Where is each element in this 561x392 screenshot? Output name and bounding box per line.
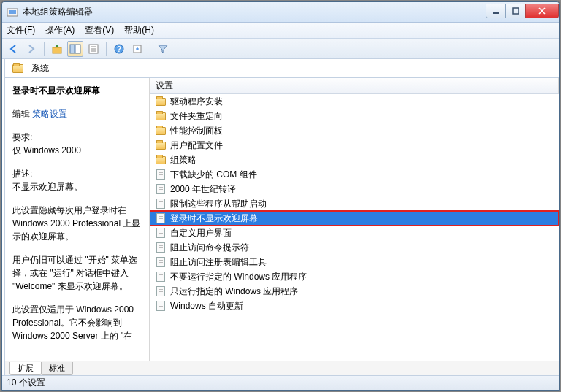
list-item[interactable]: 自定义用户界面 <box>150 226 559 240</box>
policy-item-icon <box>156 169 166 180</box>
content-body: 本地计算机 策略 ◢ 计算机配置 ▷软件设置 ▷Windows 设置 ▷管理模板… <box>2 59 559 375</box>
close-button[interactable] <box>525 4 559 18</box>
settings-list[interactable]: 驱动程序安装文件夹重定向性能控制面板用户配置文件组策略下载缺少的 COM 组件2… <box>150 94 559 361</box>
svg-rect-2 <box>9 12 16 14</box>
export-icon <box>131 43 143 55</box>
list-item-label: 用户配置文件 <box>170 139 223 152</box>
maximize-icon <box>512 7 519 15</box>
list-item[interactable]: 限制这些程序从帮助启动 <box>150 196 559 211</box>
list-item-label: 2000 年世纪转译 <box>170 183 236 196</box>
edit-label: 编辑 <box>12 109 30 119</box>
help-icon: ? <box>113 43 125 55</box>
list-item[interactable]: 用户配置文件 <box>150 138 559 153</box>
panes-icon <box>69 43 81 55</box>
list-item[interactable]: 组策略 <box>150 153 559 167</box>
statusbar: 10 个设置 <box>2 375 559 390</box>
toolbar-sep <box>106 42 107 56</box>
folder-icon <box>156 111 166 121</box>
funnel-icon <box>157 43 169 55</box>
svg-rect-4 <box>513 8 519 14</box>
menubar: 文件(F) 操作(A) 查看(V) 帮助(H) <box>2 23 559 39</box>
list-item[interactable]: 不要运行指定的 Windows 应用程序 <box>150 269 559 284</box>
help-button[interactable]: ? <box>111 41 127 57</box>
tab-extended[interactable]: 扩展 <box>9 362 42 375</box>
menu-view[interactable]: 查看(V) <box>85 24 114 36</box>
menu-action[interactable]: 操作(A) <box>45 24 75 36</box>
svg-rect-1 <box>9 10 16 12</box>
list-item-label: 阻止访问注册表编辑工具 <box>170 256 267 269</box>
list-item-label: 文件夹重定向 <box>170 110 223 123</box>
window-root: 本地组策略编辑器 文件(F) 操作(A) 查看(V) 帮助(H) ? <box>1 1 560 391</box>
list-item-label: 组策略 <box>170 154 196 166</box>
list-header[interactable]: 设置 <box>150 78 559 94</box>
window-buttons <box>486 4 559 18</box>
list-item[interactable]: 下载缺少的 COM 组件 <box>150 167 559 182</box>
status-text: 10 个设置 <box>7 377 45 389</box>
folder-icon <box>156 140 166 150</box>
svg-rect-7 <box>75 45 80 53</box>
list-item[interactable]: 2000 年世纪转译 <box>150 182 559 196</box>
export-button[interactable] <box>129 41 145 57</box>
list-item-label: 阻止访问命令提示符 <box>170 242 249 254</box>
minimize-button[interactable] <box>486 4 506 18</box>
list-item-label: 只运行指定的 Windows 应用程序 <box>170 285 298 298</box>
list-item-label: 性能控制面板 <box>170 125 223 137</box>
list-item[interactable]: 登录时不显示欢迎屏幕 <box>150 211 559 226</box>
description-text: 此设置仅适用于 Windows 2000 Professional。它不会影响到… <box>12 303 143 342</box>
folder-icon <box>156 126 166 136</box>
tab-standard[interactable]: 标准 <box>41 362 73 375</box>
close-icon <box>538 7 546 15</box>
filter-button[interactable] <box>155 41 171 57</box>
list-item-label: Windows 自动更新 <box>170 300 243 312</box>
list-icon <box>88 43 99 55</box>
list-header-label: 设置 <box>156 80 173 92</box>
description-text: 用户仍旧可以通过 "开始" 菜单选择，或在 "运行" 对话框中键入 "Welco… <box>12 253 143 293</box>
policy-item-icon <box>156 199 166 209</box>
list-item[interactable]: Windows 自动更新 <box>150 299 559 313</box>
list-item[interactable]: 性能控制面板 <box>150 123 559 138</box>
show-tree-button[interactable] <box>67 41 83 57</box>
svg-rect-3 <box>493 12 499 14</box>
list-item[interactable]: 驱动程序安装 <box>150 94 559 109</box>
maximize-button[interactable] <box>505 4 526 18</box>
list-item-label: 驱动程序安装 <box>170 96 223 108</box>
policy-settings-link[interactable]: 策略设置 <box>32 109 67 119</box>
content-heading: 系统 <box>31 62 49 74</box>
list-item[interactable]: 文件夹重定向 <box>150 109 559 123</box>
list-item-label: 自定义用户界面 <box>170 227 232 239</box>
policy-item-icon <box>156 228 166 238</box>
view-tabs: 扩展 标准 <box>5 361 559 375</box>
svg-rect-6 <box>70 45 75 53</box>
folder-up-icon <box>51 43 63 55</box>
requirements-value: 仅 Windows 2000 <box>12 144 143 157</box>
policy-item-icon <box>156 213 166 223</box>
list-item-label: 不要运行指定的 Windows 应用程序 <box>170 271 307 283</box>
app-icon <box>7 7 18 18</box>
list-item[interactable]: 只运行指定的 Windows 应用程序 <box>150 284 559 299</box>
back-button[interactable] <box>5 41 21 57</box>
properties-button[interactable] <box>85 41 102 57</box>
main-pane: 系统 登录时不显示欢迎屏幕 编辑 策略设置 要求: 仅 Windows 2000… <box>5 59 559 375</box>
svg-rect-5 <box>53 47 61 53</box>
requirements-label: 要求: <box>12 131 143 144</box>
description-text: 此设置隐藏每次用户登录时在 Windows 2000 Professional … <box>12 204 143 243</box>
list-item[interactable]: 阻止访问注册表编辑工具 <box>150 255 559 269</box>
menu-help[interactable]: 帮助(H) <box>124 24 154 36</box>
svg-text:?: ? <box>117 45 121 53</box>
toolbar-sep <box>150 42 150 56</box>
description-label: 描述: <box>12 167 143 180</box>
description-pane: 登录时不显示欢迎屏幕 编辑 策略设置 要求: 仅 Windows 2000 描述… <box>5 78 150 361</box>
menu-file[interactable]: 文件(F) <box>7 24 35 36</box>
list-item-label: 登录时不显示欢迎屏幕 <box>170 212 258 225</box>
setting-title: 登录时不显示欢迎屏幕 <box>12 84 143 97</box>
list-item[interactable]: 阻止访问命令提示符 <box>150 240 559 255</box>
policy-item-icon <box>156 301 166 311</box>
titlebar[interactable]: 本地组策略编辑器 <box>2 2 559 23</box>
policy-item-icon <box>156 286 166 296</box>
settings-list-pane: 设置 驱动程序安装文件夹重定向性能控制面板用户配置文件组策略下载缺少的 COM … <box>150 78 559 361</box>
up-button[interactable] <box>49 41 65 57</box>
list-item-label: 下载缺少的 COM 组件 <box>170 169 257 181</box>
forward-button[interactable] <box>23 41 39 57</box>
folder-icon <box>156 96 166 107</box>
minimize-icon <box>492 7 500 15</box>
